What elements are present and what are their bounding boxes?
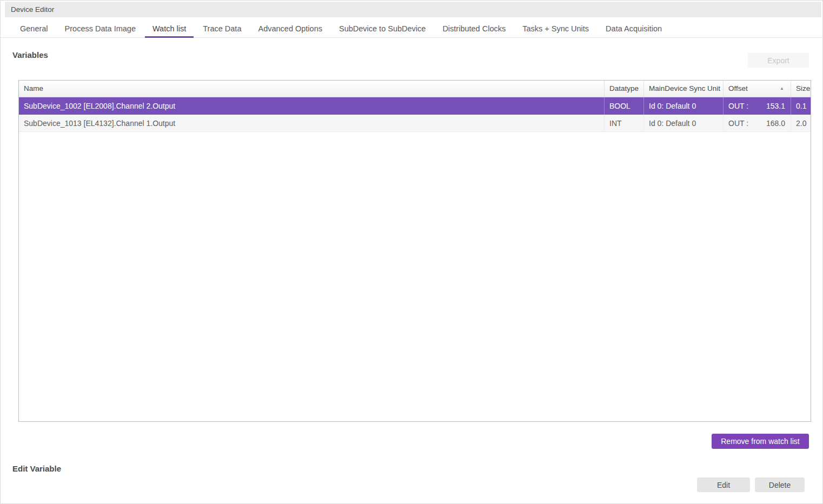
cell-datatype: INT [604,115,643,131]
cell-datatype: BOOL [604,97,643,115]
tab-advanced-options[interactable]: Advanced Options [250,21,330,38]
edit-button[interactable]: Edit [697,478,750,492]
window-title-bar: Device Editor [5,2,821,17]
edit-variable-heading: Edit Variable [12,464,61,473]
tab-trace-data[interactable]: Trace Data [195,21,249,38]
cell-offset: OUT : 168.0 [723,115,791,131]
table-row-selected[interactable]: SubDevice_1002 [EL2008].Channel 2.Output… [19,97,811,115]
cell-sync-unit: Id 0: Default 0 [643,97,723,115]
tab-watch-list[interactable]: Watch list [145,21,194,38]
tab-general[interactable]: General [12,21,56,38]
tab-data-acquisition[interactable]: Data Acquisition [598,21,669,38]
remove-from-watch-list-button[interactable]: Remove from watch list [712,434,809,449]
column-header-sync-unit[interactable]: MainDevice Sync Unit [643,81,723,97]
cell-name: SubDevice_1002 [EL2008].Channel 2.Output [19,97,604,115]
cell-size: 0.1 [791,97,811,115]
column-header-name[interactable]: Name [19,81,604,97]
cell-offset-direction: OUT : [728,115,748,131]
cell-offset-value: 153.1 [766,97,785,115]
tab-bar: General Process Data Image Watch list Tr… [1,21,822,38]
tab-tasks-sync-units[interactable]: Tasks + Sync Units [515,21,596,38]
cell-size: 2.0 [791,115,811,131]
cell-offset-value: 168.0 [766,115,785,131]
watch-list-table: Name Datatype MainDevice Sync Unit Offse… [18,80,811,422]
column-header-datatype[interactable]: Datatype [604,81,643,97]
cell-name: SubDevice_1013 [EL4132].Channel 1.Output [19,115,604,131]
device-editor-window: { "window": { "title": "Device Editor" }… [0,0,823,504]
delete-button[interactable]: Delete [755,478,805,492]
column-header-size[interactable]: Size [791,81,811,97]
column-header-offset[interactable]: Offset ▲ [723,81,791,97]
cell-offset: OUT : 153.1 [723,97,791,115]
cell-offset-direction: OUT : [728,97,748,115]
cell-sync-unit: Id 0: Default 0 [643,115,723,131]
table-header-row: Name Datatype MainDevice Sync Unit Offse… [19,81,811,97]
tab-subdevice-to-subdevice[interactable]: SubDevice to SubDevice [331,21,433,38]
tab-process-data-image[interactable]: Process Data Image [57,21,143,38]
table-row[interactable]: SubDevice_1013 [EL4132].Channel 1.Output… [19,115,811,132]
variables-heading: Variables [12,50,48,59]
export-button[interactable]: Export [748,53,809,68]
table-empty-area [19,132,811,421]
window-title: Device Editor [11,5,54,14]
sort-ascending-icon: ▲ [780,81,784,97]
tab-distributed-clocks[interactable]: Distributed Clocks [435,21,513,38]
column-header-offset-label: Offset [728,81,748,97]
